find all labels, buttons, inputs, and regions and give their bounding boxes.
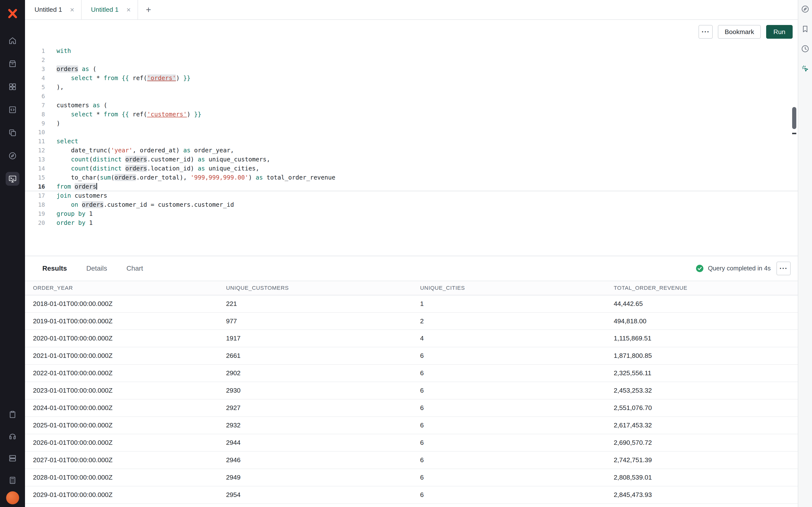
line-number: 11 — [25, 137, 45, 146]
table-row[interactable]: 2029-01-01T00:00:00.000Z295462,845,473.9… — [25, 487, 798, 504]
table-row[interactable]: 2030-01-01T00:00:00.000Z287961,841,049.3… — [25, 504, 798, 507]
table-cell: 2661 — [218, 352, 412, 359]
table-cell: 2029-01-01T00:00:00.000Z — [25, 491, 218, 499]
code-line[interactable]: 2 — [25, 56, 798, 65]
code-line[interactable]: 14 count(distinct orders.location_id) as… — [25, 164, 798, 173]
table-cell: 2949 — [218, 474, 412, 481]
left-rail-bottom — [6, 408, 19, 490]
terminal-monitor-icon[interactable] — [6, 172, 19, 185]
results-tab-chart[interactable]: Chart — [126, 265, 143, 272]
tab-close-icon[interactable]: × — [70, 6, 74, 13]
table-row[interactable]: 2025-01-01T00:00:00.000Z293262,617,453.3… — [25, 417, 798, 434]
code-line[interactable]: 12 date_trunc('year', ordered_at) as ord… — [25, 146, 798, 155]
home-icon[interactable] — [6, 34, 19, 48]
code-line[interactable]: 7customers as ( — [25, 101, 798, 110]
table-cell: 221 — [218, 300, 412, 307]
table-row[interactable]: 2020-01-01T00:00:00.000Z191741,115,869.5… — [25, 330, 798, 347]
compass-icon[interactable] — [801, 5, 810, 13]
table-cell: 2019-01-01T00:00:00.000Z — [25, 318, 218, 325]
code-text: select * from {{ ref('customers') }} — [56, 110, 201, 119]
table-row[interactable]: 2021-01-01T00:00:00.000Z266161,871,800.8… — [25, 347, 798, 365]
cursor-click-icon[interactable] — [801, 64, 810, 73]
table-cell: 2,808,539.01 — [606, 474, 798, 481]
apps-grid-icon[interactable] — [6, 80, 19, 93]
code-line[interactable]: 10 — [25, 128, 798, 137]
app-window: Untitled 1×Untitled 1× + ··· Bookmark Ru… — [0, 0, 812, 507]
results-panel: ResultsDetailsChart Query completed in 4… — [25, 256, 798, 507]
table-row[interactable]: 2022-01-01T00:00:00.000Z290262,325,556.1… — [25, 365, 798, 382]
results-more-button[interactable]: ··· — [776, 262, 791, 275]
code-line[interactable]: 15 to_char(sum(orders.order_total), '999… — [25, 173, 798, 182]
code-line[interactable]: 18 on orders.customer_id = customers.cus… — [25, 200, 798, 210]
code-line[interactable]: 16from orders — [25, 182, 798, 191]
column-header[interactable]: TOTAL_ORDER_REVENUE — [606, 285, 798, 291]
code-line[interactable]: 19group by 1 — [25, 210, 798, 219]
table-row[interactable]: 2023-01-01T00:00:00.000Z293062,453,253.3… — [25, 382, 798, 399]
code-square-icon[interactable] — [6, 103, 19, 116]
code-line[interactable]: 3orders as ( — [25, 65, 798, 74]
calculator-icon[interactable] — [6, 473, 19, 487]
new-tab-button[interactable]: + — [138, 0, 159, 19]
results-table: ORDER_YEARUNIQUE_CUSTOMERSUNIQUE_CITIEST… — [25, 281, 798, 507]
table-row[interactable]: 2026-01-01T00:00:00.000Z294462,690,570.7… — [25, 434, 798, 452]
run-button[interactable]: Run — [766, 25, 793, 39]
line-number: 9 — [25, 119, 45, 128]
user-avatar[interactable] — [6, 491, 19, 504]
archive-box-icon[interactable] — [6, 57, 19, 70]
table-cell: 2,742,751.39 — [606, 456, 798, 464]
bookmark-icon[interactable] — [801, 24, 810, 33]
editor-scrollbar-thumb[interactable] — [792, 107, 796, 129]
editor-tab[interactable]: Untitled 1× — [25, 0, 82, 19]
table-row[interactable]: 2027-01-01T00:00:00.000Z294662,742,751.3… — [25, 452, 798, 469]
code-line[interactable]: 4 select * from {{ ref('orders') }} — [25, 74, 798, 83]
clipboard-icon[interactable] — [6, 408, 19, 421]
more-options-button[interactable]: ··· — [699, 25, 713, 39]
line-number: 5 — [25, 83, 45, 92]
table-cell: 2026-01-01T00:00:00.000Z — [25, 439, 218, 447]
code-text: join customers — [56, 191, 107, 200]
code-text: orders as ( — [56, 65, 96, 74]
table-row[interactable]: 2018-01-01T00:00:00.000Z221144,442.65 — [25, 295, 798, 313]
table-row[interactable]: 2028-01-01T00:00:00.000Z294962,808,539.0… — [25, 469, 798, 487]
headset-icon[interactable] — [6, 430, 19, 443]
table-cell: 2927 — [218, 404, 412, 412]
left-rail-top — [6, 34, 19, 186]
results-tab-details[interactable]: Details — [86, 265, 107, 272]
table-row[interactable]: 2024-01-01T00:00:00.000Z292762,551,076.7… — [25, 399, 798, 417]
code-line[interactable]: 11select — [25, 137, 798, 146]
code-line[interactable]: 17join customers — [25, 191, 798, 200]
table-cell: 2018-01-01T00:00:00.000Z — [25, 300, 218, 307]
table-cell: 2027-01-01T00:00:00.000Z — [25, 456, 218, 464]
code-text: ) — [56, 119, 60, 128]
code-line[interactable]: 20order by 1 — [25, 219, 798, 228]
results-tab-results[interactable]: Results — [42, 265, 67, 272]
code-line[interactable]: 6 — [25, 92, 798, 101]
code-line[interactable]: 8 select * from {{ ref('customers') }} — [25, 110, 798, 119]
code-line[interactable]: 13 count(distinct orders.customer_id) as… — [25, 155, 798, 164]
code-line[interactable]: 9) — [25, 119, 798, 128]
code-line[interactable]: 5), — [25, 83, 798, 92]
table-row[interactable]: 2019-01-01T00:00:00.000Z9772494,818.00 — [25, 313, 798, 330]
tab-label: Untitled 1 — [35, 6, 62, 13]
column-header[interactable]: UNIQUE_CITIES — [412, 285, 606, 291]
table-cell: 2932 — [218, 421, 412, 429]
bookmark-button[interactable]: Bookmark — [718, 25, 761, 39]
code-text: ), — [56, 83, 64, 92]
server-icon[interactable] — [6, 452, 19, 465]
tab-close-icon[interactable]: × — [126, 6, 131, 13]
compass-icon[interactable] — [6, 149, 19, 162]
history-icon[interactable] — [801, 44, 810, 53]
main-area: Untitled 1×Untitled 1× + ··· Bookmark Ru… — [25, 0, 798, 507]
windows-icon[interactable] — [6, 126, 19, 139]
line-number: 16 — [25, 182, 45, 191]
code-text: customers as ( — [56, 101, 107, 110]
line-number: 18 — [25, 200, 45, 210]
table-cell: 2,325,556.11 — [606, 369, 798, 377]
query-status: Query completed in 4s — [696, 265, 771, 272]
column-header[interactable]: ORDER_YEAR — [25, 285, 218, 291]
code-line[interactable]: 1with — [25, 47, 798, 56]
editor-tab[interactable]: Untitled 1× — [82, 0, 138, 19]
column-header[interactable]: UNIQUE_CUSTOMERS — [218, 285, 412, 291]
sql-editor[interactable]: 1with23orders as (4 select * from {{ ref… — [25, 44, 798, 256]
table-cell: 2930 — [218, 387, 412, 394]
